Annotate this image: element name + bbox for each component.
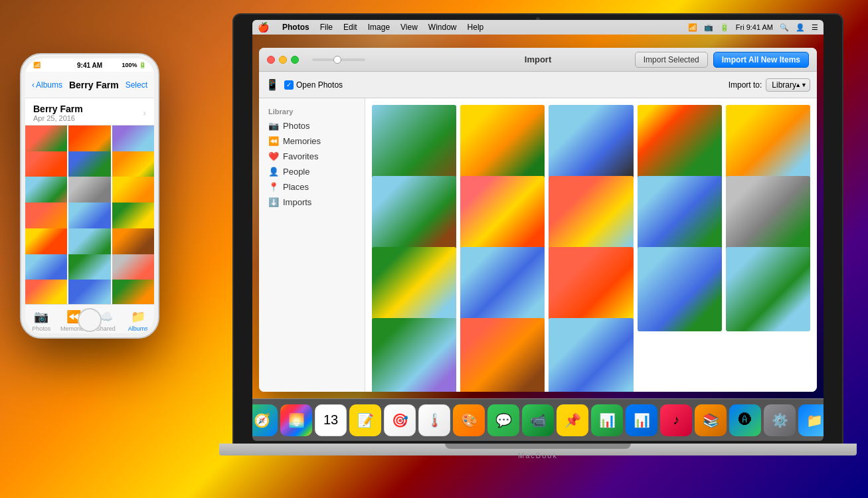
menu-help[interactable]: Help: [468, 23, 484, 32]
tab-albums-icon: 📁: [131, 309, 145, 324]
sidebar-item-people[interactable]: 👤 People: [259, 164, 365, 179]
iphone-photo-20[interactable]: [68, 280, 110, 304]
dock-notes[interactable]: 📝: [349, 404, 381, 436]
photos-icon: 📷: [268, 121, 279, 131]
dock: 🗂️🧭🌅13📝🎯🌡️🎨💬📹📌📊📊♪📚🅐⚙️📁🗑️: [252, 398, 824, 441]
photo-thumb-14[interactable]: [638, 247, 722, 331]
iphone-time: 9:41 AM: [77, 62, 102, 69]
sidebar-item-imports[interactable]: ⬇️ Imports: [259, 195, 365, 210]
minimize-button[interactable]: [279, 56, 287, 64]
menu-edit[interactable]: Edit: [343, 23, 357, 32]
import-selected-button[interactable]: Import Selected: [635, 52, 708, 68]
iphone-nav-title: Berry Farm: [62, 80, 126, 90]
macbook-screen: 🍎 Photos File Edit Image View Window Hel…: [252, 20, 824, 441]
apple-menu-icon[interactable]: 🍎: [258, 22, 269, 33]
macbook-base-notch: [445, 444, 631, 449]
dock-stickies[interactable]: 📌: [557, 404, 588, 436]
iphone-frame: 📶 9:41 AM 100% 🔋 ‹ Albums Berry Farm Sel…: [20, 53, 159, 339]
macbook-bezel: 🍎 Photos File Edit Image View Window Hel…: [232, 13, 843, 445]
sidebar-section-library: Library: [259, 105, 365, 118]
photo-thumb-16[interactable]: [372, 318, 456, 392]
dock-facetime[interactable]: 📹: [522, 404, 554, 436]
dock-messages[interactable]: 💬: [487, 404, 519, 436]
dock-books[interactable]: 📚: [695, 404, 727, 436]
dock-reminders[interactable]: 🎯: [384, 404, 416, 436]
close-button[interactable]: [267, 56, 275, 64]
iphone-select-button[interactable]: Select: [126, 80, 147, 90]
sidebar-item-favorites[interactable]: ❤️ Favorites: [259, 149, 365, 164]
desktop-area: Import Import Selected Import All New It…: [252, 35, 824, 398]
dock-finder[interactable]: 📁: [798, 404, 824, 436]
phone-icon: 📱: [266, 78, 279, 91]
sidebar-item-memories[interactable]: ⏪ Memories: [259, 133, 365, 149]
iphone-photo-grid: [25, 125, 154, 304]
iphone-nav-bar: ‹ Albums Berry Farm Select: [25, 72, 154, 98]
search-icon[interactable]: 🔍: [780, 23, 789, 32]
battery-icon: 🔋: [720, 23, 729, 32]
dock-itunes[interactable]: ♪: [660, 404, 692, 436]
iphone-album-name: Berry Farm: [33, 104, 83, 114]
window-titlebar: Import Import Selected Import All New It…: [259, 48, 817, 72]
dock-calendar[interactable]: 13: [315, 404, 347, 436]
import-pane: [365, 98, 817, 392]
places-icon: 📍: [268, 182, 279, 192]
iphone-photo-19[interactable]: [25, 280, 67, 304]
volume-up-button[interactable]: [20, 108, 21, 126]
dock-numbers[interactable]: 📊: [591, 404, 623, 436]
iphone-tab-photos[interactable]: 📷 Photos: [25, 307, 58, 332]
maximize-button[interactable]: [291, 56, 299, 64]
import-to-label: Import to:: [729, 80, 762, 90]
iphone-carrier: 📶: [33, 62, 77, 68]
traffic-lights: [267, 56, 299, 64]
dock-photos[interactable]: 🌅: [280, 404, 312, 436]
iphone-battery: 100% 🔋: [102, 62, 146, 68]
photo-thumb-17[interactable]: [460, 318, 545, 392]
airplay-icon: 📺: [704, 23, 713, 32]
open-photos-checkbox-container[interactable]: ✓ Open Photos: [284, 80, 343, 90]
iphone-album-details: Berry Farm Apr 25, 2016: [33, 104, 83, 122]
iphone-home-button[interactable]: [78, 308, 102, 332]
photo-grid: [365, 98, 817, 392]
iphone-album-date: Apr 25, 2016: [33, 114, 83, 122]
open-photos-label: Open Photos: [296, 80, 343, 90]
imports-icon: ⬇️: [268, 197, 279, 207]
people-icon: 👤: [268, 167, 279, 177]
iphone-screen: 📶 9:41 AM 100% 🔋 ‹ Albums Berry Farm Sel…: [25, 58, 154, 333]
photo-thumb-18[interactable]: [549, 318, 633, 392]
dock-keynote[interactable]: 📊: [626, 404, 657, 436]
dock-system-prefs[interactable]: ⚙️: [764, 404, 796, 436]
zoom-slider[interactable]: [312, 58, 365, 61]
menu-image[interactable]: Image: [368, 23, 390, 32]
menubar: 🍎 Photos File Edit Image View Window Hel…: [252, 20, 824, 35]
macbook-frame: 🍎 Photos File Edit Image View Window Hel…: [219, 13, 857, 491]
sidebar-item-photos[interactable]: 📷 Photos: [259, 118, 365, 133]
dock-app-store[interactable]: 🅐: [729, 404, 761, 436]
dock-safari[interactable]: 🧭: [252, 404, 278, 436]
tab-photos-icon: 📷: [34, 309, 48, 324]
import-all-button[interactable]: Import All New Items: [713, 52, 809, 68]
iphone-photo-21[interactable]: [112, 280, 154, 304]
dock-pinwheel[interactable]: 🎨: [453, 404, 485, 436]
sidebar-item-places[interactable]: 📍 Places: [259, 179, 365, 195]
window-title: Import: [525, 54, 551, 64]
window-content: Library 📷 Photos ⏪ Memories ❤️: [259, 98, 817, 392]
iphone-tab-albums[interactable]: 📁 Albums: [122, 307, 155, 332]
menu-file[interactable]: File: [320, 23, 333, 32]
power-button[interactable]: [159, 121, 159, 147]
photo-thumb-15[interactable]: [726, 247, 810, 331]
import-to-select[interactable]: Library ▲▼: [766, 78, 810, 92]
dropdown-arrow: ▲▼: [795, 82, 807, 88]
siri-icon[interactable]: 👤: [796, 23, 805, 32]
volume-down-button[interactable]: [20, 133, 21, 151]
app-name[interactable]: Photos: [282, 23, 309, 32]
menu-view[interactable]: View: [400, 23, 418, 32]
wifi-icon: 📶: [688, 23, 697, 32]
import-toolbar: 📱 ✓ Open Photos Import to: Library ▲▼: [259, 72, 817, 98]
menu-window[interactable]: Window: [428, 23, 457, 32]
favorites-icon: ❤️: [268, 151, 279, 161]
open-photos-checkbox[interactable]: ✓: [284, 80, 294, 90]
photos-window: Import Import Selected Import All New It…: [259, 48, 817, 392]
dock-weather[interactable]: 🌡️: [418, 404, 450, 436]
notification-icon[interactable]: ☰: [812, 23, 818, 32]
iphone-back-button[interactable]: ‹ Albums: [32, 80, 62, 90]
